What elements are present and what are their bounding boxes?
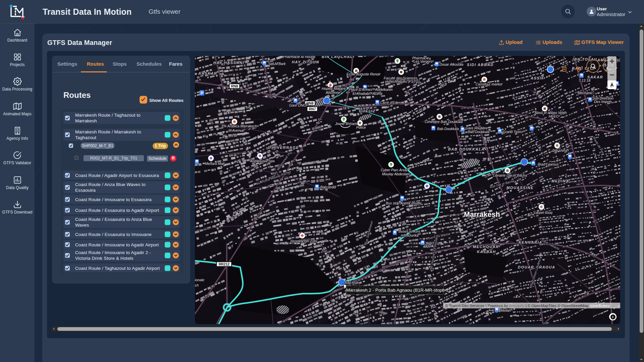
svg-text:Hopital Militaire: Hopital Militaire [322, 86, 346, 90]
svg-text:Pharmacie Al Houda: Pharmacie Al Houda [283, 56, 315, 59]
svg-text:Cimetière Bab Doukkala: Cimetière Bab Doukkala [425, 120, 463, 124]
svg-text:P: P [201, 91, 203, 96]
svg-text:BAB DOUKKALA: BAB DOUKKALA [448, 147, 485, 151]
svg-text:Place D'Armes - Abdelkarim: Place D'Armes - Abdelkarim [349, 87, 393, 92]
svg-text:BIN LAQCHALI: BIN LAQCHALI [322, 56, 355, 59]
svg-text:mlll, Ourika: mlll, Ourika [401, 233, 419, 237]
svg-text:Bab Jedid: Bab Jedid [320, 185, 336, 189]
svg-text:Police: Police [356, 125, 366, 129]
svg-text:7 13 18: 7 13 18 [579, 78, 590, 82]
svg-text:Cyber Parc Arsat: Cyber Parc Arsat [381, 168, 408, 172]
svg-text:AASKAR: AASKAR [198, 71, 217, 75]
svg-text:© Transit Dim Services | Power: © Transit Dim Services | Powered by Geoa… [445, 304, 610, 308]
svg-text:Bus stop Anima shuttle: Bus stop Anima shuttle [386, 201, 422, 205]
svg-text:MEDINA: MEDINA [551, 179, 569, 183]
svg-text:Librairie Dar el Bacha: Librairie Dar el Bacha [493, 173, 527, 177]
svg-text:KENNARIA: KENNARIA [519, 240, 542, 244]
svg-text:Grand Taxis: Grand Taxis [503, 130, 522, 134]
svg-text:HAY ZITOUN: HAY ZITOUN [292, 60, 319, 64]
svg-text:Gare ONCF: Gare ONCF [289, 103, 308, 107]
svg-text:Carré d'Eden: Carré d'Eden [380, 101, 401, 105]
svg-text:MECHOUAR: MECHOUAR [473, 245, 499, 249]
svg-text:ASSIF: ASSIF [530, 76, 544, 80]
svg-text:Sidi M'Bark: Sidi M'Bark [268, 62, 286, 66]
svg-text:% Arabica Marrakech: % Arabica Marrakech [223, 124, 257, 128]
svg-text:Les Vergers: Les Vergers [414, 59, 433, 63]
svg-text:ionale: ionale [195, 278, 204, 282]
svg-text:Mechanic: Mechanic [578, 91, 593, 95]
svg-text:Ecole Auguste Renoir: Ecole Auguste Renoir [346, 72, 381, 76]
svg-text:et Techniques (FSTG): et Techniques (FSTG) [385, 79, 420, 83]
svg-text:HEEC: HEEC [549, 114, 559, 118]
svg-text:Marrakesh: Marrakesh [464, 210, 500, 219]
svg-text:Bab Rob: Bab Rob [345, 281, 359, 285]
svg-text:Bab Doukkala: Bab Doukkala [468, 130, 490, 134]
svg-text:El Khattabi - Acima: El Khattabi - Acima [353, 92, 382, 96]
svg-text:Menara Mall: Menara Mall [205, 162, 224, 166]
svg-text:Moulay Abdeslam: Moulay Abdeslam [382, 172, 410, 176]
svg-text:HAY HASSANI: HAY HASSANI [213, 61, 244, 65]
svg-text:Avicenne: Avicenne [325, 90, 340, 95]
svg-text:Des Impots: Des Impots [594, 100, 612, 104]
svg-text:SIDI ABBAD: SIDI ABBAD [467, 63, 494, 67]
svg-text:Dar Vima: Dar Vima [552, 148, 567, 153]
svg-text:Douar Alkoudia: Douar Alkoudia [439, 62, 464, 66]
svg-text:RR212: RR212 [219, 262, 230, 266]
svg-text:Hospital Ibn Zohr: Hospital Ibn Zohr [290, 239, 317, 243]
svg-text:Riad Laarous: Riad Laarous [538, 162, 559, 166]
svg-text:ch: ch [195, 283, 199, 287]
svg-text:Jnane el-Harti: Jnane el-Harti [335, 122, 357, 126]
svg-text:RN8: RN8 [231, 84, 238, 88]
svg-text:MOUASSINE: MOUASSINE [506, 186, 534, 190]
svg-text:Carrefour market: Carrefour market [476, 82, 502, 86]
svg-text:Bab Doukkala: Bab Doukkala [437, 127, 459, 131]
svg-text:Buses to Asni,: Buses to Asni, [398, 229, 421, 233]
svg-text:Mellah: Mellah [500, 308, 511, 312]
svg-text:GUÉLIZ: GUÉLIZ [359, 109, 376, 113]
svg-text:KASBAH: KASBAH [477, 250, 496, 254]
svg-text:carpet souq: carpet souq [534, 210, 552, 215]
svg-text:L'HIVERNAGE: L'HIVERNAGE [268, 145, 299, 149]
svg-text:M Avenue: M Avenue [228, 128, 244, 132]
svg-text:RN7: RN7 [309, 107, 316, 111]
svg-text:Andalousia Spa: Andalousia Spa [250, 159, 275, 163]
